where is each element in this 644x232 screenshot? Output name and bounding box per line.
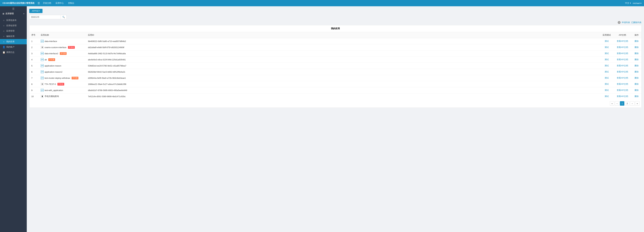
img-icon: 🖼 [41,83,44,85]
app-name-text: data-interface2 [44,52,58,55]
img-icon: 🖼 [41,46,44,49]
search-button[interactable]: 🔍 [61,15,66,19]
page-prev-btn[interactable]: ‹ [615,101,619,106]
col-appid: 应用ID [86,32,600,38]
cell-appid: 7ef12cfe-d591-5380-9808-4bd1471c92bc [86,93,600,99]
test-link[interactable]: 测试 [605,71,609,73]
sidebar-collapse-bar[interactable]: ||| [0,6,27,11]
test-link[interactable]: 测试 [605,64,609,67]
cell-seq: 1 [30,38,39,44]
sidebar-item-app-edit[interactable]: ○ 编辑应用 [0,34,27,39]
page-1-btn[interactable]: 1 [620,101,624,106]
table-row: 6APIapplication-reason2682828ef-6642-5ac… [30,69,641,75]
cell-name: APItest-cluster-deploy-withdraw不可用 [39,75,86,81]
cell-test: 测试 [600,44,613,50]
table-row: 4APIab不可用abc6e5e3-e9ca-523f-94fd-225d1a9… [30,57,641,63]
doc-link[interactable]: 查看API文档 [617,58,628,61]
tag-notexist: 不存在 [58,83,64,85]
topnav-link-appcenter[interactable]: 应用中心 [55,2,64,4]
circle-icon: ○ [2,35,5,37]
sidebar-group-app-management[interactable]: ⊞ 应用管理 ▾ [0,11,27,16]
cell-doc: 查看API文档 [613,44,632,50]
cell-action: 删除 [632,93,641,99]
page-2-btn[interactable]: 2 [625,101,629,106]
circle-icon: ○ [2,19,5,21]
app-name-text: 手机归属地查询 [44,95,59,98]
delete-button[interactable]: 删除 [634,95,639,97]
doc-link[interactable]: 查看API文档 [617,52,628,54]
test-link[interactable]: 测试 [605,95,609,97]
cell-doc: 查看API文档 [613,87,632,93]
col-test: 应用测试 [600,32,613,38]
search-input[interactable] [29,15,61,19]
search-bar: 🔍 [29,15,642,19]
sidebar-item-app-package[interactable]: ○ 应用包管理 [0,23,27,28]
test-link[interactable]: 测试 [605,58,609,61]
topnav-link-devdoc[interactable]: 开发文档 [42,2,52,4]
test-link[interactable]: 测试 [605,77,609,79]
delete-button[interactable]: 删除 [634,46,639,48]
page-next-btn[interactable]: › [630,101,634,106]
sidebar-item-my-account[interactable]: 👤 我的账户 [0,44,27,50]
app-name-text: ab [44,58,47,61]
app-name-text: application-reason2 [44,71,62,73]
page-first-btn[interactable]: « [610,101,614,106]
topnav-link-console[interactable]: 控制台 [68,2,75,4]
doc-link[interactable]: 查看API文档 [617,40,628,42]
cell-doc: 查看API文档 [613,57,632,63]
doc-link[interactable]: 查看API文档 [617,95,628,97]
table-row: 3APIdata-interface2不可用4eb8ad68-2482-5115… [30,50,641,57]
cell-appid: abc6e5e3-e9ca-523f-94fd-225d1a935481 [86,57,600,63]
cell-name: 📱手机归属地查询 [39,93,86,99]
sidebar-item-app-publish[interactable]: ○ 应用包发布 [0,17,27,23]
sidebar-item-app-manage[interactable]: ○ 应用管理 [0,28,27,34]
test-link[interactable]: 测试 [605,52,609,54]
delete-button[interactable]: 删除 [634,77,639,79]
cell-test: 测试 [600,75,613,81]
tag-unavail: 不可用 [72,77,78,79]
table-body: 1APIdata-interface9b469022-0df6-5a90-a71… [30,38,641,99]
delete-button[interactable]: 删除 [634,52,639,54]
delete-button[interactable]: 删除 [634,64,639,67]
doc-link[interactable]: 查看API文档 [617,89,628,91]
appkey-button[interactable]: APPKEY [29,9,42,13]
doc-link[interactable]: 查看API文档 [617,71,628,73]
delete-button[interactable]: 删除 [634,71,639,73]
tag-unavail: 不可用 [60,52,66,55]
cell-appid: 4eb8ad68-2482-5115-8d7b-f4c7d4fdca8a [86,50,600,57]
api-icon: API [41,89,44,92]
delete-button[interactable]: 删除 [634,89,639,91]
test-link[interactable]: 测试 [605,40,609,42]
menu-icon[interactable]: ☰ [38,2,40,5]
cell-test: 测试 [600,81,613,87]
deleted-list-link[interactable]: 已删除列表 [631,21,642,24]
cell-name: APIdata-interface2不可用 [39,50,86,57]
delete-button[interactable]: 删除 [634,40,639,42]
doc-link[interactable]: 查看API文档 [617,77,628,79]
col-name: 应用名称 [39,32,86,38]
delete-button[interactable]: 删除 [634,58,639,61]
doc-link[interactable]: 查看API文档 [617,46,628,48]
table-head-row: 序号 应用名称 应用ID 应用测试 API文档 操作 [30,32,641,38]
phone-icon: 📱 [41,95,44,98]
table-row: 5APIapplication-reason53fd83cd-ee29-5780… [30,63,641,69]
cell-doc: 查看API文档 [613,38,632,44]
circle-icon: ○ [2,30,5,32]
sidebar-item-call-log[interactable]: 📋 调用日志 [0,50,27,55]
cell-test: 测试 [600,63,613,69]
delete-button[interactable]: 删除 [634,83,639,85]
page-last-btn[interactable]: » [635,101,640,106]
grid-icon: ⊞ [2,12,4,15]
topnav-language[interactable]: 中文 ▾ [625,2,631,4]
doc-link[interactable]: 查看API文档 [617,64,628,67]
sidebar-item-my-app[interactable]: ○ 我的应用 [0,39,27,44]
test-link[interactable]: 测试 [605,89,609,91]
cell-action: 删除 [632,38,641,44]
topnav-user[interactable]: michael ▾ [633,2,642,4]
test-link[interactable]: 测试 [605,46,609,48]
app-name-text: test-with_application [44,89,63,91]
test-link[interactable]: 测试 [605,83,609,85]
doc-link[interactable]: 查看API文档 [617,83,628,85]
cell-test: 测试 [600,69,613,75]
apply-list-link[interactable]: 申请列表 [622,21,630,24]
